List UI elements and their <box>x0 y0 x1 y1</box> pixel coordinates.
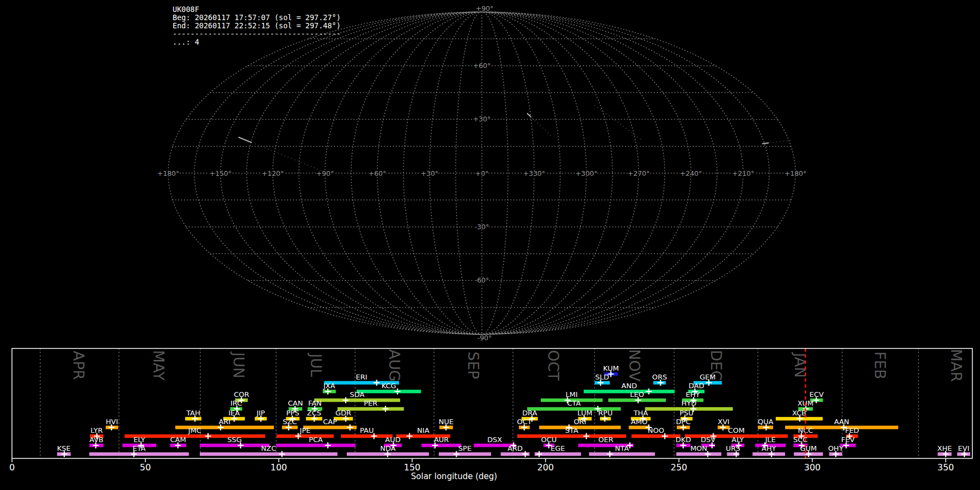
shower-label-XCB: XCB <box>792 409 806 417</box>
shower-label-PSU: PSU <box>679 409 694 417</box>
shower-label-AAN: AAN <box>834 418 849 426</box>
shower-label-PER: PER <box>364 399 377 407</box>
shower-label-CTA: CTA <box>567 399 581 407</box>
shower-label-DKD: DKD <box>676 436 691 444</box>
shower-label-SDA: SDA <box>350 390 365 399</box>
x-axis-tick-label: 200 <box>537 462 554 473</box>
shower-bar-SPE <box>439 452 491 456</box>
month-label: MAY <box>150 350 167 381</box>
shower-label-ORI: ORI <box>574 418 586 426</box>
shower-bar-JPE <box>277 434 334 438</box>
shower-label-OCU: OCU <box>541 436 557 444</box>
shower-label-JIP: JIP <box>256 409 265 417</box>
shower-label-ALY: ALY <box>732 436 744 444</box>
shower-label-KCG: KCG <box>382 382 396 390</box>
shower-label-LYR: LYR <box>90 426 103 434</box>
shower-label-SPE: SPE <box>458 444 471 452</box>
shower-label-NDA: NDA <box>380 444 396 452</box>
shower-label-THA: THA <box>633 409 648 417</box>
shower-label-ERI: ERI <box>356 373 367 381</box>
shower-bar-NTA <box>589 452 655 456</box>
x-axis-tick-label: 300 <box>804 462 821 473</box>
x-axis-tick-label: 0 <box>9 462 15 473</box>
shower-label-AHY: AHY <box>762 444 776 452</box>
shower-label-NTA: NTA <box>615 444 629 452</box>
shower-label-STA: STA <box>565 426 578 434</box>
shower-label-ORS: ORS <box>652 373 667 381</box>
shower-label-ZCS: ZCS <box>307 409 321 417</box>
shower-max-marker-NZC <box>279 451 285 457</box>
meteor-trail-head <box>238 137 252 143</box>
shower-bar-AUR <box>421 444 461 448</box>
shower-bar-SSG <box>200 444 270 448</box>
shower-label-JXA: JXA <box>323 382 335 390</box>
shower-label-FAN: FAN <box>308 399 322 407</box>
x-axis-tick-label: 250 <box>671 462 688 473</box>
shower-label-NIA: NIA <box>417 426 430 434</box>
shower-label-COM: COM <box>728 426 745 434</box>
map-label-longitude: +270° <box>628 169 650 177</box>
shower-label-JLE: JLE <box>764 436 775 444</box>
map-label-south-pole: -90° <box>477 334 492 342</box>
shower-label-DAD: DAD <box>689 382 705 390</box>
month-label: JUL <box>308 353 324 377</box>
shower-bar-JMC <box>125 434 265 438</box>
shower-label-PAU: PAU <box>360 426 373 434</box>
shower-max-marker-EGE <box>536 451 542 457</box>
shower-label-FEV: FEV <box>841 436 855 444</box>
shower-label-JPE: JPE <box>299 426 311 434</box>
shower-max-marker-STA <box>583 433 589 439</box>
map-label-longitude: +180° <box>157 169 180 177</box>
session-end: End: 20260117 22:52:15 (sol = 297.48°) <box>173 21 341 30</box>
shower-bar-NZC <box>200 452 338 456</box>
shower-label-ETA: ETA <box>132 444 145 452</box>
shower-label-OHY: OHY <box>828 444 843 452</box>
shower-label-HYD: HYD <box>682 399 697 407</box>
shower-bar-SDA <box>314 399 400 402</box>
sky-map: +90°-90°+60°+30°-30°-60°+180°+150°+120°+… <box>157 4 807 342</box>
map-label-longitude: +300° <box>575 169 598 177</box>
shower-label-FED: FED <box>845 426 859 434</box>
shower-bar-KCG <box>357 390 421 394</box>
shower-label-XVI: XVI <box>718 418 730 426</box>
shower-label-LUM: LUM <box>578 409 592 417</box>
shower-label-IRC: IRC <box>230 399 242 407</box>
shower-label-AMO: AMO <box>631 418 647 426</box>
month-label: MAR <box>948 349 965 382</box>
shower-label-SZC: SZC <box>283 418 297 426</box>
shower-label-NZC: NZC <box>261 444 277 452</box>
month-label: SEP <box>465 352 482 379</box>
shower-label-AUR: AUR <box>434 436 449 444</box>
shower-label-ARI: ARI <box>219 418 231 426</box>
session-info-block: UK008F Beg: 20260117 17:57:07 (sol = 297… <box>173 5 341 46</box>
shower-label-GEM: GEM <box>700 373 716 381</box>
shower-max-marker-ERI <box>373 380 379 386</box>
map-label-longitude: +60° <box>369 169 387 177</box>
map-label-longitude: +330° <box>523 169 546 177</box>
shower-label-CAN: CAN <box>288 399 303 407</box>
shower-label-GDR: GDR <box>335 409 351 417</box>
map-label-longitude: +0° <box>475 169 489 177</box>
shower-bar-MON <box>676 452 721 456</box>
shower-label-IEA: IEA <box>228 409 240 417</box>
shower-bar-AND <box>584 390 675 394</box>
shower-label-LEO: LEO <box>630 390 644 399</box>
shower-label-PCA: PCA <box>309 436 323 444</box>
shower-max-marker-NIA <box>407 433 413 439</box>
session-begin: Beg: 20260117 17:57:07 (sol = 297.27°) <box>173 13 341 22</box>
shower-label-HVI: HVI <box>106 418 118 426</box>
map-label-longitude: +90° <box>316 169 334 177</box>
x-axis-tick-label: 100 <box>271 462 287 473</box>
shower-label-DRA: DRA <box>522 409 537 417</box>
shower-label-COR: COR <box>234 390 249 399</box>
station-id: UK008F <box>173 5 199 14</box>
shower-max-marker-PCA <box>325 443 331 449</box>
map-label-latitude: -60° <box>475 276 489 284</box>
x-axis-title: Solar longitude (deg) <box>411 471 497 481</box>
shower-label-TAH: TAH <box>186 409 200 417</box>
shower-label-NUE: NUE <box>439 418 454 426</box>
shower-max-marker-AND <box>646 389 652 395</box>
activity-timeline-chart: APRMAYJUNJULAUGSEPOCTNOVDECJANFEBMARKUME… <box>9 348 972 481</box>
shower-label-QUA: QUA <box>758 418 774 426</box>
shower-label-MON: MON <box>690 444 707 452</box>
